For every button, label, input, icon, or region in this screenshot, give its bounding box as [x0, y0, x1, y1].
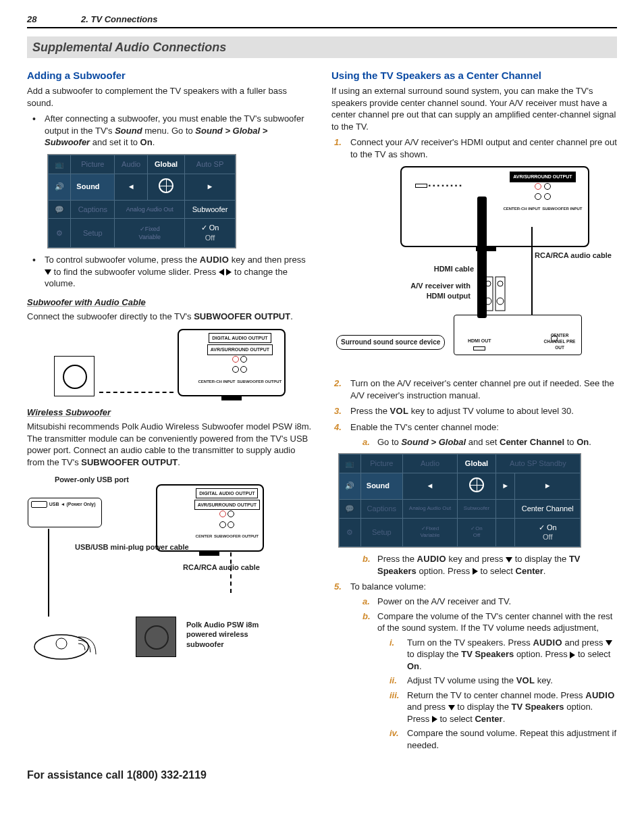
svg-point-6: [498, 281, 503, 286]
diagram-wireless-subwoofer: Power-only USB port USB ◄ (Power Only) D…: [27, 474, 313, 677]
down-arrow-icon: [506, 557, 512, 563]
step-4: 4.Enable the TV's center channel mode: a…: [331, 421, 617, 448]
step-5: 5.To balance volume: a.Power on the A/V …: [331, 581, 617, 751]
down-arrow-icon: [448, 705, 455, 710]
sound-menu-subwoofer: 📺PictureAudioGlobalAuto SP 🔊Sound◄► 💬Cap…: [47, 154, 236, 249]
paragraph-wireless-sub: Mitsubishi recommends Polk Audio Wireles…: [27, 421, 313, 468]
paragraph-center-intro: If using an external surround sound syst…: [331, 85, 617, 132]
subwoofer-icon: [54, 356, 95, 396]
tv-icon: DIGITAL AUDIO OUTPUT AVR/SURROUND OUTPUT…: [178, 329, 286, 396]
step-5a: a.Power on the A/V receiver and TV.: [363, 596, 617, 608]
speaker-icon: [481, 274, 508, 315]
svg-point-7: [497, 298, 504, 305]
usb-port-icon: [31, 501, 47, 508]
heading-sub-cable: Subwoofer with Audio Cable: [27, 296, 313, 309]
left-column: Adding a Subwoofer Add a subwoofer to co…: [27, 65, 313, 756]
right-arrow-icon: [432, 716, 437, 723]
left-arrow-icon: [219, 269, 224, 276]
bullet-enable-output: After connecting a subwoofer, you must e…: [27, 113, 313, 149]
step-3: 3.Press the VOL key to adjust TV volume …: [331, 405, 617, 417]
svg-point-1: [56, 638, 67, 649]
heading-wireless-sub: Wireless Subwoofer: [27, 407, 313, 419]
diagram-center-channel: ▪▪▪▪▪▪▪▪ AVR/SURROUND OUTPUT CENTER-CH I…: [331, 165, 617, 368]
banner-title: Supplemental Audio Connections: [32, 41, 226, 54]
page-number: 28: [27, 14, 81, 26]
step-5b-ii: ii.Adjust TV volume using the VOL key.: [390, 675, 617, 687]
svg-rect-2: [483, 277, 493, 311]
svg-point-3: [485, 281, 491, 286]
diagram-subwoofer-direct: DIGITAL AUDIO OUTPUT AVR/SURROUND OUTPUT…: [27, 328, 313, 397]
svg-rect-5: [495, 277, 505, 311]
svg-point-4: [485, 298, 491, 305]
chapter-title: 2. TV Connections: [81, 14, 157, 26]
footer-assistance: For assistance call 1(800) 332-2119: [27, 768, 617, 783]
right-arrow-icon: [473, 568, 478, 575]
globe-icon: [469, 477, 484, 492]
label-source-device: Surround sound source device: [336, 335, 445, 350]
globe-icon: [159, 178, 173, 193]
step-5b-iii: iii.Return the TV to center channel mode…: [390, 689, 617, 725]
subwoofer-icon: [136, 617, 176, 657]
tv-icon: ▪▪▪▪▪▪▪▪ AVR/SURROUND OUTPUT CENTER-CH I…: [400, 166, 589, 247]
down-arrow-icon: [606, 640, 612, 646]
bullet-control-volume: To control subwoofer volume, press the A…: [27, 254, 313, 290]
step-4a: a.Go to Sound > Global and set Center Ch…: [363, 436, 617, 448]
intro-paragraph: Add a subwoofer to complement the TV spe…: [27, 85, 313, 109]
transmitter-icon: [28, 617, 109, 664]
step-1: 1.Connect your A/V receiver's HDMI outpu…: [331, 136, 617, 160]
paragraph-sub-cable: Connect the subwoofer directly to the TV…: [27, 311, 313, 323]
step-5b-i: i.Turn on the TV speakers. Press AUDIO a…: [390, 637, 617, 673]
page-header: 28 2. TV Connections: [27, 14, 617, 28]
sound-menu-center-channel: 📺PictureAudioGlobalAuto SP Standby 🔊Soun…: [338, 453, 581, 548]
step-5b-iv: iv.Compare the sound volume. Repeat this…: [390, 727, 617, 751]
step-4b: b.Press the AUDIO key and press to displ…: [363, 553, 617, 577]
heading-adding-subwoofer: Adding a Subwoofer: [27, 69, 313, 82]
section-banner: Supplemental Audio Connections: [27, 36, 617, 58]
down-arrow-icon: [45, 269, 51, 275]
step-4-cont: b.Press the AUDIO key and press to displ…: [331, 553, 617, 577]
right-column: Using the TV Speakers as a Center Channe…: [331, 65, 617, 756]
tv-icon: DIGITAL AUDIO OUTPUT AVR/SURROUND OUTPUT…: [156, 484, 264, 552]
heading-center-channel: Using the TV Speakers as a Center Channe…: [331, 69, 617, 82]
step-2: 2.Turn on the A/V receiver's center chan…: [331, 377, 617, 401]
hdmi-port-icon: [415, 184, 427, 188]
step-5b: b.Compare the volume of the TV's center …: [363, 610, 617, 752]
